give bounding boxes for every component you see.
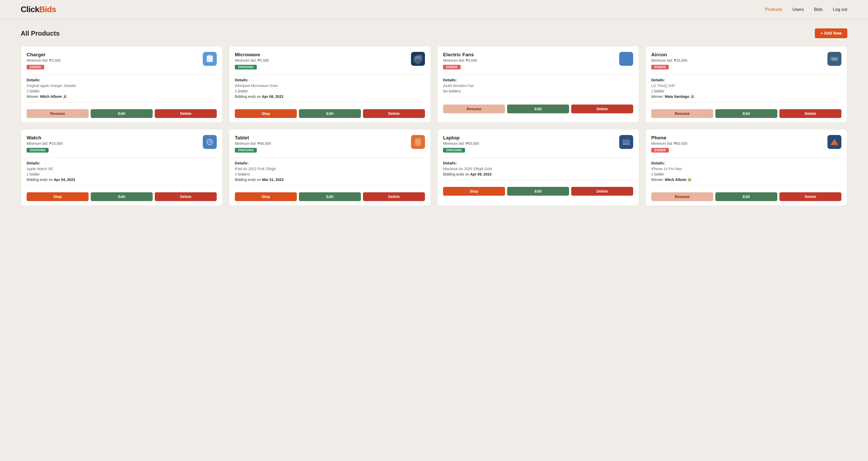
product-icon [203, 135, 217, 149]
product-icon [203, 52, 217, 66]
divider-bottom [443, 98, 633, 98]
product-card-phone: Phone Minimum bid: ₱60,000 ENDED Details… [645, 129, 847, 206]
divider-bottom [443, 180, 633, 180]
card-bidders: 1 bidder [235, 89, 425, 93]
card-title-area: Electric Fans Minimum bid: ₱3,000 ENDED [443, 52, 477, 69]
divider-top [443, 158, 633, 158]
edit-button-watch[interactable]: Edit [91, 192, 153, 201]
details-text: LG ThinQ 1HP [651, 84, 841, 88]
card-title-area: Charger Minimum bid: ₱2,000 ENDED [27, 52, 61, 69]
svg-marker-9 [831, 139, 838, 145]
details-text: Apple Watch SE [27, 167, 217, 171]
card-title: Charger [27, 52, 61, 58]
stop-button-microwave[interactable]: Stop [235, 109, 297, 118]
card-actions: ResumeEditDelete [27, 109, 217, 118]
product-card-aircon: Aircon Minimum bid: ₱25,000 ENDED Detail… [645, 46, 847, 123]
delete-button-tablet[interactable]: Delete [363, 192, 425, 201]
card-title-area: Phone Minimum bid: ₱60,000 ENDED [651, 135, 687, 153]
edit-button-charger[interactable]: Edit [91, 109, 153, 118]
delete-button-laptop[interactable]: Delete [571, 187, 633, 196]
edit-button-electric-fans[interactable]: Edit [507, 104, 569, 113]
product-card-tablet: Tablet Minimum bid: ₱48,000 ONGOING Deta… [229, 129, 431, 206]
delete-button-charger[interactable]: Delete [155, 109, 217, 118]
add-new-button[interactable]: + Add New [815, 28, 847, 38]
resume-button-charger[interactable]: Resume [27, 109, 89, 118]
main-content: All Products + Add New Charger Minimum b… [0, 19, 868, 215]
status-badge: ONGOING [27, 148, 49, 153]
edit-button-laptop[interactable]: Edit [507, 187, 569, 196]
card-title: Microwave [235, 52, 269, 58]
details-text: Whirlpool Microwave Oven [235, 84, 425, 88]
card-title: Tablet [235, 135, 271, 141]
card-top: Watch Minimum bid: ₱15,000 ONGOING [27, 135, 217, 153]
card-top: Laptop Minimum bid: ₱55,000 ONGOING [443, 135, 633, 153]
product-card-laptop: Laptop Minimum bid: ₱55,000 ONGOING Deta… [437, 129, 639, 206]
delete-button-aircon[interactable]: Delete [779, 109, 841, 118]
card-min-bid: Minimum bid: ₱55,000 [443, 141, 479, 145]
card-title-area: Microwave Minimum bid: ₱5,000 ONGOING [235, 52, 269, 69]
delete-button-electric-fans[interactable]: Delete [571, 104, 633, 113]
edit-button-phone[interactable]: Edit [715, 192, 777, 201]
card-bidders: 1 bidder [27, 89, 217, 93]
details-label: Details: [235, 78, 425, 82]
products-grid: Charger Minimum bid: ₱2,000 ENDED Detail… [21, 46, 847, 206]
card-top: Charger Minimum bid: ₱2,000 ENDED [27, 52, 217, 69]
details-text: Asahi Wooden Fan [443, 84, 633, 88]
delete-button-phone[interactable]: Delete [779, 192, 841, 201]
card-bidding-ends: Bidding ends on Apr 08, 2023 [235, 95, 425, 99]
card-bidders: 1 bidder [651, 172, 841, 176]
card-actions: StopEditDelete [27, 192, 217, 201]
logo: ClickBids [21, 5, 56, 14]
card-bidders: 2 bidders [235, 172, 425, 176]
resume-button-phone[interactable]: Resume [651, 192, 713, 201]
svg-rect-7 [415, 139, 421, 144]
delete-button-microwave[interactable]: Delete [363, 109, 425, 118]
resume-button-aircon[interactable]: Resume [651, 109, 713, 118]
details-label: Details: [27, 78, 217, 82]
product-icon [411, 52, 425, 66]
product-card-charger: Charger Minimum bid: ₱2,000 ENDED Detail… [21, 46, 223, 123]
card-min-bid: Minimum bid: ₱25,000 [651, 58, 687, 62]
delete-button-watch[interactable]: Delete [155, 192, 217, 201]
product-icon [619, 52, 633, 66]
status-badge: ENDED [651, 148, 669, 153]
nav-logout[interactable]: Log out [833, 7, 847, 12]
card-title-area: Watch Minimum bid: ₱15,000 ONGOING [27, 135, 63, 153]
card-title: Aircon [651, 52, 687, 58]
status-badge: ONGOING [443, 148, 465, 153]
details-text: Macbook Air 2020 256gb Gold [443, 167, 633, 171]
card-min-bid: Minimum bid: ₱2,000 [27, 58, 61, 62]
status-badge: ENDED [27, 65, 44, 69]
details-label: Details: [651, 161, 841, 165]
status-badge: ENDED [651, 65, 669, 69]
product-card-microwave: Microwave Minimum bid: ₱5,000 ONGOING De… [229, 46, 431, 123]
card-bidding-ends: Bidding ends on Apr 04, 2023 [27, 177, 217, 182]
edit-button-tablet[interactable]: Edit [299, 192, 361, 201]
stop-button-tablet[interactable]: Stop [235, 192, 297, 201]
divider-top [235, 158, 425, 158]
details-text: iPad Air 2022 Pink 256gb [235, 167, 425, 171]
card-min-bid: Minimum bid: ₱48,000 [235, 141, 271, 145]
edit-button-aircon[interactable]: Edit [715, 109, 777, 118]
card-bidders: 1 bidder [27, 172, 217, 176]
svg-rect-2 [210, 55, 211, 57]
card-bidding-ends: Bidding ends on Apr 09, 2023 [443, 172, 633, 176]
edit-button-microwave[interactable]: Edit [299, 109, 361, 118]
card-top: Microwave Minimum bid: ₱5,000 ONGOING [235, 52, 425, 69]
nav-bids[interactable]: Bids [814, 7, 823, 12]
stop-button-watch[interactable]: Stop [27, 192, 89, 201]
card-bidders: 1 bidder [651, 89, 841, 93]
nav-users[interactable]: Users [793, 7, 804, 12]
nav-products[interactable]: Products [765, 7, 782, 12]
resume-button-electric-fans[interactable]: Resume [443, 104, 505, 113]
stop-button-laptop[interactable]: Stop [443, 187, 505, 196]
logo-bids: Bids [39, 5, 56, 14]
svg-rect-0 [207, 56, 213, 62]
card-actions: StopEditDelete [443, 187, 633, 196]
page-title: All Products [21, 30, 60, 37]
card-actions: ResumeEditDelete [443, 104, 633, 113]
svg-rect-1 [208, 55, 209, 57]
details-text: iPhone 14 Pro Max [651, 167, 841, 171]
divider-top [651, 158, 841, 158]
card-min-bid: Minimum bid: ₱3,000 [443, 58, 477, 62]
